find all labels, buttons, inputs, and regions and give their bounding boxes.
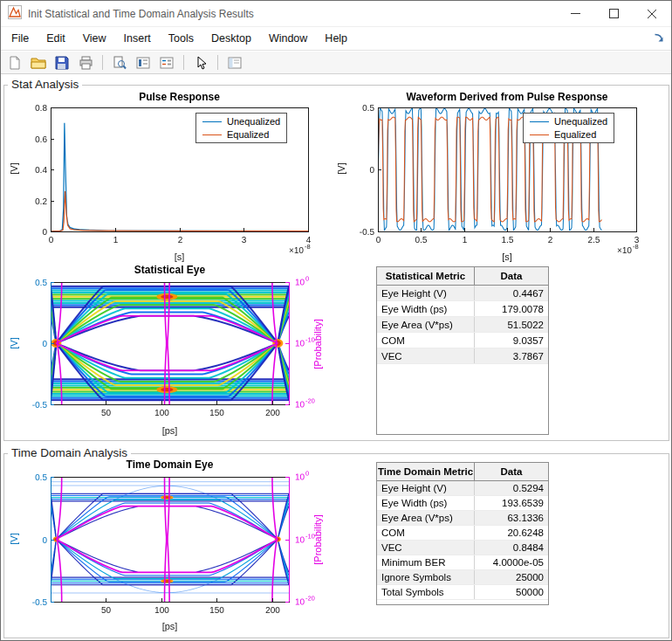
save-figure-button[interactable]: [52, 53, 72, 72]
menu-item-edit[interactable]: Edit: [38, 28, 74, 49]
open-file-button[interactable]: [29, 53, 48, 72]
metric-cell: VEC: [377, 348, 475, 363]
header-data[interactable]: Data: [475, 465, 548, 478]
show-plot-tools-button[interactable]: [225, 53, 244, 72]
value-cell: 0.4467: [475, 287, 548, 300]
stat-analysis-panel-title: Stat Analysis: [8, 78, 82, 91]
legend-line-unequalized: [530, 121, 549, 122]
pulse-ylabel: [V]: [9, 158, 21, 179]
metric-cell: Eye Area (V*ps): [377, 511, 475, 525]
waveform-title: Waveform Derived from Pulse Response: [378, 91, 636, 103]
close-button[interactable]: [633, 1, 671, 26]
header-metric[interactable]: Time Domain Metric: [377, 463, 475, 480]
time-domain-eye-plot[interactable]: [18, 468, 333, 631]
figure-toolbar: [1, 52, 671, 74]
statistical-eye-plot[interactable]: [18, 273, 333, 436]
metric-cell: Eye Width (ps): [377, 301, 475, 316]
toolbar-separator: [102, 55, 103, 70]
table-header: Statistical Metric Data: [377, 267, 548, 286]
toolbar-separator: [183, 55, 184, 70]
legend-label: Equalized: [227, 129, 269, 140]
value-cell: 20.6248: [475, 527, 548, 539]
menu-item-tools[interactable]: Tools: [160, 28, 202, 49]
legend-line-equalized: [530, 134, 549, 135]
menu-item-help[interactable]: Help: [316, 28, 356, 49]
table-row[interactable]: Eye Height (V)0.4467: [377, 286, 548, 301]
matlab-figure-icon: [8, 5, 22, 23]
statistical-eye-title: Statistical Eye: [51, 264, 289, 276]
statistical-eye-probability-label: [Probability]: [312, 309, 325, 379]
header-metric[interactable]: Statistical Metric: [377, 267, 475, 285]
value-cell: 179.0078: [475, 303, 548, 315]
toolbar-separator: [217, 55, 218, 70]
titlebar: Init Statistical and Time Domain Analysi…: [1, 1, 671, 27]
menubar: FileEditViewInsertToolsDesktopWindowHelp: [1, 27, 671, 51]
time-domain-eye-xlabel: [ps]: [51, 621, 289, 631]
time-domain-analysis-panel-title: Time Domain Analysis: [8, 446, 131, 459]
value-cell: 0.5294: [475, 482, 548, 494]
time-domain-eye-title: Time Domain Eye: [51, 458, 289, 471]
menu-item-insert[interactable]: Insert: [115, 28, 160, 49]
waveform-xlabel: [s]: [378, 252, 636, 262]
minimize-button[interactable]: [556, 1, 594, 26]
legend-line-unequalized: [202, 121, 222, 122]
new-figure-button[interactable]: [5, 53, 24, 72]
metric-cell: Minimum BER: [377, 555, 475, 569]
maximize-button[interactable]: [594, 1, 633, 26]
pulse-legend[interactable]: Unequalized Equalized: [195, 113, 287, 143]
time-domain-eye-ylabel: [V]: [9, 528, 21, 549]
legend-label: Equalized: [554, 129, 596, 140]
value-cell: 3.7867: [475, 350, 548, 362]
table-row[interactable]: Eye Width (ps)179.0078: [377, 301, 548, 317]
table-row[interactable]: COM20.6248: [377, 526, 548, 541]
insert-legend-button[interactable]: [157, 53, 176, 72]
table-row[interactable]: VEC0.8484: [377, 541, 548, 555]
value-cell: 51.5022: [475, 319, 548, 331]
legend-line-equalized: [202, 134, 222, 135]
metric-cell: Total Symbols: [377, 585, 475, 599]
edit-plot-button[interactable]: [191, 53, 210, 72]
dock-figure-icon[interactable]: [653, 32, 665, 45]
insert-colorbar-button[interactable]: [134, 53, 153, 72]
metric-cell: Ignore Symbols: [377, 570, 475, 584]
print-preview-button[interactable]: [110, 53, 129, 72]
value-cell: 63.1336: [475, 512, 548, 524]
table-row[interactable]: Total Symbols50000: [377, 585, 548, 600]
table-row[interactable]: Eye Height (V)0.5294: [377, 481, 548, 496]
legend-label: Unequalized: [227, 116, 280, 127]
metric-cell: COM: [377, 526, 475, 540]
statistical-eye-xlabel: [ps]: [51, 425, 289, 436]
menu-item-desktop[interactable]: Desktop: [202, 28, 260, 49]
value-cell: 4.0000e-05: [475, 556, 548, 569]
print-figure-button[interactable]: [76, 53, 95, 72]
table-row[interactable]: Ignore Symbols25000: [377, 570, 548, 585]
table-body: Eye Height (V)0.4467Eye Width (ps)179.00…: [377, 286, 548, 364]
table-row[interactable]: Eye Area (V*ps)51.5022: [377, 317, 548, 333]
menu-item-window[interactable]: Window: [260, 28, 316, 49]
window-title: Init Statistical and Time Domain Analysi…: [28, 8, 254, 20]
value-cell: 193.6539: [475, 497, 548, 509]
table-body: Eye Height (V)0.5294Eye Width (ps)193.65…: [377, 481, 548, 600]
pulse-xlabel: [s]: [51, 252, 308, 262]
time-domain-metrics-table: Time Domain Metric Data Eye Height (V)0.…: [376, 462, 549, 605]
value-cell: 50000: [475, 586, 548, 598]
metric-cell: Eye Width (ps): [377, 496, 475, 510]
menu-item-view[interactable]: View: [74, 28, 115, 49]
value-cell: 25000: [475, 571, 548, 583]
table-row[interactable]: Eye Area (V*ps)63.1336: [377, 511, 548, 526]
table-row[interactable]: Eye Width (ps)193.6539: [377, 496, 548, 511]
table-row[interactable]: Minimum BER4.0000e-05: [377, 555, 548, 570]
table-row[interactable]: VEC3.7867: [377, 348, 548, 364]
time-domain-eye-probability-label: [Probability]: [312, 505, 325, 575]
statistical-eye-ylabel: [V]: [9, 333, 21, 354]
statistical-metrics-table: Statistical Metric Data Eye Height (V)0.…: [376, 266, 549, 435]
metric-cell: COM: [377, 333, 475, 348]
header-data[interactable]: Data: [475, 270, 548, 282]
waveform-ylabel: [V]: [336, 158, 348, 179]
waveform-legend[interactable]: Unequalized Equalized: [523, 113, 614, 143]
value-cell: 9.0357: [475, 334, 548, 347]
metric-cell: Eye Height (V): [377, 286, 475, 300]
legend-label: Unequalized: [554, 116, 607, 127]
table-row[interactable]: COM9.0357: [377, 333, 548, 348]
menu-item-file[interactable]: File: [3, 28, 38, 49]
